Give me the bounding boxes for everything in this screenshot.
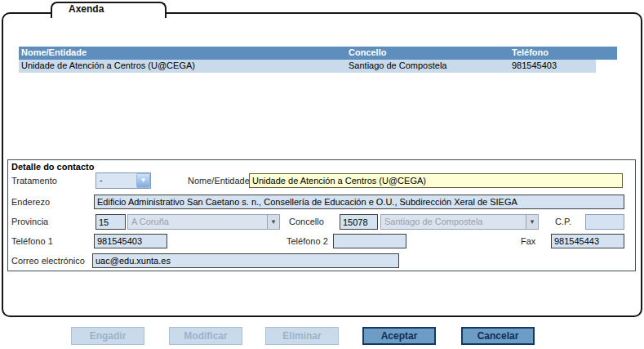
enderezo-field[interactable] xyxy=(94,195,624,209)
tratamento-select[interactable]: - ▼ xyxy=(95,172,151,189)
cp-label: C.P. xyxy=(555,217,571,226)
header-telefono: Teléfono xyxy=(512,47,549,60)
tratamento-selected-value: - xyxy=(96,173,136,188)
chevron-down-icon: ▾ xyxy=(526,215,538,229)
detail-legend: Detalle do contacto xyxy=(11,162,94,172)
telefono2-field[interactable] xyxy=(333,234,406,248)
correo-field[interactable] xyxy=(92,253,399,268)
axenda-window: Nome/Entidade Concello Teléfono Unidade … xyxy=(2,12,642,317)
chevron-down-icon: ▾ xyxy=(267,215,279,229)
detail-do-contacto-panel: Detalle do contacto Tratamento - ▼ Nome/… xyxy=(7,159,636,271)
row-telefono: 981545403 xyxy=(512,60,557,73)
row-concello: Santiago de Compostela xyxy=(349,60,446,73)
concello-selected-value: Santiago de Compostela xyxy=(381,215,526,229)
concello-label: Concello xyxy=(289,217,324,226)
nome-entidade-label: Nome/Entidade xyxy=(188,176,250,186)
header-nome-entidade: Nome/Entidade xyxy=(21,47,87,60)
provincia-code-field[interactable] xyxy=(95,214,126,230)
fax-field[interactable] xyxy=(551,234,624,248)
contact-table-row[interactable]: Unidade de Atención a Centros (U@CEGA) S… xyxy=(19,60,596,73)
provincia-label: Provincia xyxy=(11,217,48,226)
enderezo-label: Enderezo xyxy=(11,197,50,207)
cp-field[interactable] xyxy=(585,214,624,230)
tab-axenda[interactable]: Axenda xyxy=(51,2,167,18)
modificar-button: Modificar xyxy=(169,327,242,345)
chevron-down-icon: ▼ xyxy=(136,173,150,188)
concello-select: Santiago de Compostela ▾ xyxy=(380,214,539,230)
tratamento-label: Tratamento xyxy=(11,176,57,186)
nome-entidade-field[interactable] xyxy=(249,173,623,188)
telefono2-label: Teléfono 2 xyxy=(286,236,328,246)
engadir-button: Engadir xyxy=(71,327,144,345)
cancelar-button[interactable]: Cancelar xyxy=(461,327,535,345)
header-concello: Concello xyxy=(349,47,386,60)
contacts-table-header: Nome/Entidade Concello Teléfono xyxy=(19,47,617,60)
concello-code-field[interactable] xyxy=(340,214,378,230)
provincia-selected-value: A Coruña xyxy=(128,215,267,229)
correo-label: Correo electrónico xyxy=(11,256,85,266)
telefono1-field[interactable] xyxy=(94,234,167,248)
fax-label: Fax xyxy=(521,236,535,246)
eliminar-button: Eliminar xyxy=(265,327,339,345)
provincia-select: A Coruña ▾ xyxy=(127,214,280,230)
axenda-screen: Axenda Nome/Entidade Concello Teléfono U… xyxy=(0,0,644,349)
aceptar-button[interactable]: Aceptar xyxy=(362,327,436,345)
row-nome-entidade: Unidade de Atención a Centros (U@CEGA) xyxy=(21,60,195,73)
telefono1-label: Teléfono 1 xyxy=(11,236,53,246)
